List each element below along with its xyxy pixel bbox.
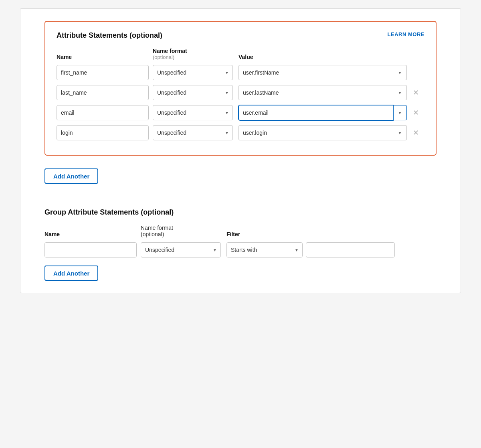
- format-select-wrapper-1: Unspecified URI Reference Basic ▼: [153, 65, 233, 80]
- value-field-wrapper-4: ▼: [238, 125, 407, 140]
- group-col-format-optional: (optional): [141, 231, 221, 237]
- col-format-optional: (optional): [153, 54, 233, 60]
- name-input-3[interactable]: [57, 105, 149, 120]
- add-another-attribute-btn[interactable]: Add Another: [44, 168, 98, 184]
- value-chevron-btn-1[interactable]: ▼: [393, 65, 407, 80]
- filter-value-input-1[interactable]: [306, 242, 395, 257]
- value-field-wrapper-1: ▼: [238, 65, 407, 80]
- filter-select-wrapper-1: Starts with Equals Contains Matches rege…: [226, 242, 303, 257]
- col-format-title: Name format: [153, 48, 233, 54]
- attribute-row-3: Unspecified URI Reference Basic ▼ ▼ ✕: [57, 105, 424, 120]
- filter-type-select-1[interactable]: Starts with Equals Contains Matches rege…: [226, 242, 303, 257]
- attribute-section-wrapper: Attribute Statements (optional) LEARN MO…: [20, 21, 461, 184]
- remove-btn-2[interactable]: ✕: [411, 88, 420, 97]
- columns-header: Name Name format (optional) Value: [57, 48, 424, 60]
- filter-wrapper-1: Starts with Equals Contains Matches rege…: [226, 242, 395, 257]
- group-columns-header: Name Name format (optional) Filter: [44, 225, 437, 237]
- group-format-select-wrapper-1: Unspecified URI Reference Basic ▼: [141, 242, 221, 257]
- value-field-wrapper-3: ▼: [238, 105, 407, 120]
- group-format-select-1[interactable]: Unspecified URI Reference Basic: [141, 242, 221, 257]
- attribute-row-2: Unspecified URI Reference Basic ▼ ▼ ✕: [57, 85, 424, 100]
- col-name-label: Name: [57, 54, 149, 60]
- attribute-row-4: Unspecified URI Reference Basic ▼ ▼ ✕: [57, 125, 424, 140]
- section-title: Attribute Statements (optional): [57, 31, 162, 40]
- add-another-group-btn[interactable]: Add Another: [44, 266, 98, 281]
- value-chevron-btn-2[interactable]: ▼: [393, 85, 407, 100]
- name-input-4[interactable]: [57, 125, 149, 140]
- value-field-wrapper-2: ▼: [238, 85, 407, 100]
- group-col-name-label: Name: [44, 231, 137, 237]
- attribute-statements-section: Attribute Statements (optional) LEARN MO…: [44, 21, 437, 156]
- name-input-1[interactable]: [57, 65, 149, 80]
- learn-more-link[interactable]: LEARN MORE: [388, 31, 424, 37]
- value-chevron-btn-3[interactable]: ▼: [393, 105, 407, 120]
- group-section-title: Group Attribute Statements (optional): [44, 208, 437, 217]
- name-input-2[interactable]: [57, 85, 149, 100]
- value-input-1[interactable]: [238, 65, 393, 80]
- format-select-1[interactable]: Unspecified URI Reference Basic: [153, 65, 233, 80]
- value-input-3[interactable]: [238, 105, 393, 120]
- remove-btn-3[interactable]: ✕: [411, 108, 420, 118]
- format-select-wrapper-4: Unspecified URI Reference Basic ▼: [153, 125, 233, 140]
- group-col-format-label: Name format (optional): [141, 225, 221, 237]
- col-format-label: Name format (optional): [153, 48, 233, 60]
- format-select-3[interactable]: Unspecified URI Reference Basic: [153, 105, 233, 120]
- section-header: Attribute Statements (optional) LEARN MO…: [57, 31, 424, 40]
- value-input-4[interactable]: [238, 125, 393, 140]
- group-col-format-title: Name format: [141, 225, 221, 231]
- value-input-2[interactable]: [238, 85, 393, 100]
- format-select-wrapper-2: Unspecified URI Reference Basic ▼: [153, 85, 233, 100]
- format-select-4[interactable]: Unspecified URI Reference Basic: [153, 125, 233, 140]
- attribute-row-1: Unspecified URI Reference Basic ▼ ▼: [57, 65, 424, 80]
- remove-placeholder-1: [411, 68, 420, 77]
- top-divider: [20, 8, 461, 9]
- page-container: Attribute Statements (optional) LEARN MO…: [20, 8, 461, 293]
- col-value-label: Value: [238, 54, 407, 60]
- format-select-2[interactable]: Unspecified URI Reference Basic: [153, 85, 233, 100]
- value-chevron-btn-4[interactable]: ▼: [393, 125, 407, 140]
- group-name-input-1[interactable]: [44, 242, 137, 257]
- group-section: Group Attribute Statements (optional) Na…: [20, 208, 461, 281]
- remove-btn-4[interactable]: ✕: [411, 128, 420, 138]
- section-divider: [20, 196, 461, 196]
- format-select-wrapper-3: Unspecified URI Reference Basic ▼: [153, 105, 233, 120]
- group-col-filter-label: Filter: [226, 231, 395, 237]
- group-row-1: Unspecified URI Reference Basic ▼ Starts…: [44, 242, 437, 257]
